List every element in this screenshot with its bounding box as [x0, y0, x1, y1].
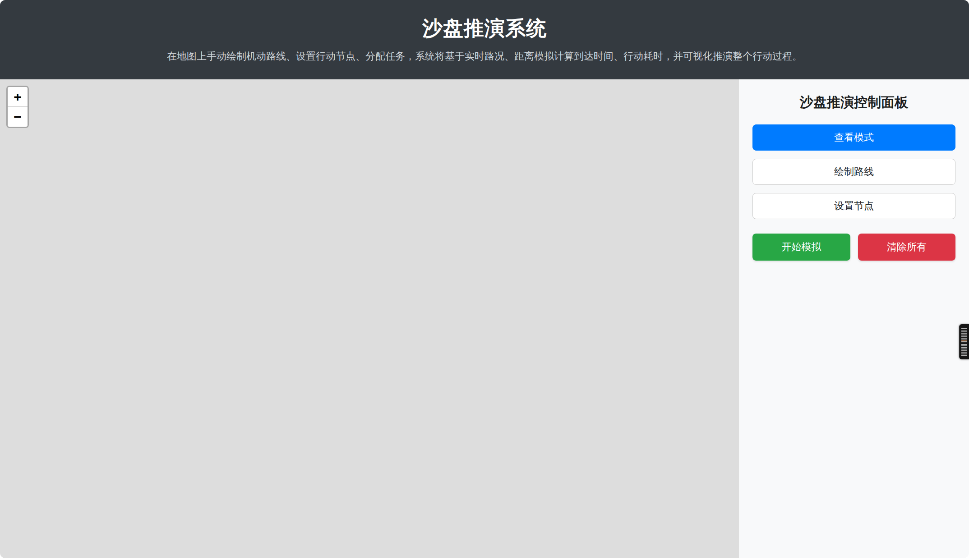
map-zoom-control: + −	[6, 86, 29, 128]
start-simulation-button[interactable]: 开始模拟	[752, 234, 850, 261]
panel-title: 沙盘推演控制面板	[752, 94, 955, 110]
ruler-accent-tick-icon	[961, 340, 967, 341]
set-node-button[interactable]: 设置节点	[752, 193, 955, 219]
ruler-widget[interactable]	[959, 324, 969, 359]
ruler-ticks-icon	[961, 328, 967, 356]
content-row: + − 沙盘推演控制面板 查看模式 绘制路线 设置节点 开始模拟 清除所有	[0, 79, 969, 558]
page-subtitle: 在地图上手动绘制机动路线、设置行动节点、分配任务，系统将基于实时路况、距离模拟计…	[0, 49, 969, 64]
control-panel: 沙盘推演控制面板 查看模式 绘制路线 设置节点 开始模拟 清除所有	[739, 79, 969, 558]
page-title: 沙盘推演系统	[0, 16, 969, 41]
zoom-in-button[interactable]: +	[8, 87, 28, 107]
app-container: 沙盘推演系统 在地图上手动绘制机动路线、设置行动节点、分配任务，系统将基于实时路…	[0, 0, 969, 558]
action-button-row: 开始模拟 清除所有	[752, 234, 955, 261]
app-header: 沙盘推演系统 在地图上手动绘制机动路线、设置行动节点、分配任务，系统将基于实时路…	[0, 0, 969, 79]
map-canvas[interactable]: + −	[0, 79, 739, 558]
zoom-out-button[interactable]: −	[8, 107, 28, 127]
view-mode-button[interactable]: 查看模式	[752, 124, 955, 151]
draw-route-button[interactable]: 绘制路线	[752, 159, 955, 185]
clear-all-button[interactable]: 清除所有	[858, 234, 956, 261]
